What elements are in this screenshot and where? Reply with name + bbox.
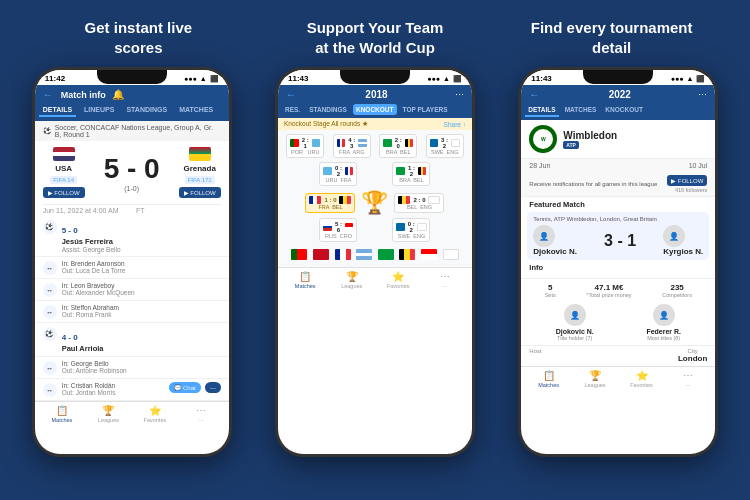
flag-eng-qf <box>451 139 460 147</box>
nav-leagues[interactable]: 🏆 Leagues <box>92 405 124 423</box>
nav-favorites-label: Favorites <box>144 417 167 423</box>
event-1-assist: Assist: George Bello <box>62 246 221 253</box>
nav-leagues-label: Leagues <box>98 417 119 423</box>
event-4: ↔ In: Steffon Abraham Out: Roma Frank <box>35 301 229 323</box>
tab-standings2[interactable]: STANDINGS <box>306 104 350 115</box>
nav3-matches[interactable]: 📋 Matches <box>533 370 565 388</box>
qf-match-3: 2 : 0 BRA BEL <box>379 134 417 158</box>
nav3-more-label: ··· <box>686 382 691 388</box>
more-btn[interactable]: ⋯ <box>205 382 221 393</box>
info-label: Info <box>521 260 715 275</box>
sf2-score: 1 : 2 <box>407 165 416 177</box>
flag-bel-final <box>339 196 351 204</box>
holder-1: 👤 Djokovic N. Title holder (7) <box>556 304 594 341</box>
nav3-favorites[interactable]: ⭐ Favorites <box>626 370 658 388</box>
leagues3-icon: 🏆 <box>589 370 601 381</box>
phone1-topbar: ← Match info 🔔 <box>35 85 229 104</box>
tab-top-players[interactable]: TOP PLAYERS <box>400 104 451 115</box>
phone2-year: 2018 <box>365 89 387 100</box>
phone3-topbar-right: ⋯ <box>698 90 707 100</box>
event-2-text: In: Brenden Aaronson Out: Luca De La Tor… <box>62 260 221 274</box>
notification-bar: Receive notifications for all games in t… <box>521 172 715 197</box>
phone2-status-icons: ●●●▲⬛ <box>427 75 462 83</box>
flag-eng-small <box>443 249 459 260</box>
player1-name: Djokovic N. <box>533 247 577 256</box>
nav3-favorites-label: Favorites <box>630 382 653 388</box>
tab-standings[interactable]: STANDINGS <box>122 104 171 117</box>
share-btn[interactable]: Share ↑ <box>444 121 466 128</box>
nav2-matches[interactable]: 📋 Matches <box>289 271 321 289</box>
event-6-text: In: George Bello Out: Antoine Robinson <box>62 360 221 374</box>
tab-results[interactable]: RES. <box>282 104 303 115</box>
nav-favorites[interactable]: ⭐ Favorites <box>139 405 171 423</box>
prize-value: 47.1 M€ <box>586 283 631 292</box>
phone1-screen: 11:42 ●●● ▲ ⬛ ← Match info 🔔 DETAILS <box>35 70 229 454</box>
matches3-icon: 📋 <box>543 370 555 381</box>
nav-matches[interactable]: 📋 Matches <box>46 405 78 423</box>
flag-bel-3rd <box>398 196 410 204</box>
back-button[interactable]: ← <box>43 89 53 100</box>
nav3-leagues[interactable]: 🏆 Leagues <box>579 370 611 388</box>
phone3-bottom-nav: 📋 Matches 🏆 Leagues ⭐ Favorites ⋯ ··· <box>521 366 715 391</box>
phone2-back[interactable]: ← <box>286 89 296 100</box>
flag-fra-small <box>335 249 351 260</box>
match-score: 5 - 0 <box>104 153 160 185</box>
phone2-tabs: RES. STANDINGS KNOCKOUT TOP PLAYERS <box>278 104 472 118</box>
featured-match-card: Tennis, ATP Wimbledon, London, Great Bri… <box>527 212 709 260</box>
tab-matches[interactable]: MATCHES <box>175 104 217 117</box>
goal-icon-1: ⚽ <box>43 220 57 234</box>
phone3-back[interactable]: ← <box>529 89 539 100</box>
sub-icon-5: ↔ <box>43 383 57 397</box>
bell-icon[interactable]: 🔔 <box>112 89 124 100</box>
tab-knockout[interactable]: KNOCKOUT <box>353 104 397 115</box>
nav-more[interactable]: ⋯ ··· <box>185 405 217 423</box>
match-subscore: (1-0) <box>104 185 160 192</box>
follow-tournament-btn[interactable]: ▶ FOLLOW <box>667 175 707 186</box>
qf-match-1: 2 : 1 POR URU <box>286 134 324 158</box>
sf1-score: 0 : 2 <box>334 165 343 177</box>
nav2-favorites[interactable]: ⭐ Favorites <box>382 271 414 289</box>
nav2-leagues-label: Leagues <box>341 283 362 289</box>
qf-row: 2 : 1 POR URU 4 : 3 FRA ARG <box>282 134 468 158</box>
event-1-text: 5 - 0 Jesús Ferreira Assist: George Bell… <box>62 219 221 253</box>
nav3-more[interactable]: ⋯ ··· <box>672 370 704 388</box>
tab-details[interactable]: DETAILS <box>39 104 76 117</box>
header-titles: Get instant live scores Support Your Tea… <box>0 0 750 67</box>
nav2-more-label: ··· <box>442 283 447 289</box>
qf3-score: 2 : 0 <box>394 137 403 149</box>
third-score: 2 : 0 <box>413 197 425 203</box>
event-4-text: In: Steffon Abraham Out: Roma Frank <box>62 304 221 318</box>
event-7-text: In: Cristian Roldán Out: Jordan Morris <box>62 382 165 396</box>
final-match: 1 : 0 FRA BEL <box>305 193 355 213</box>
wimbledon-inner: W <box>533 129 553 149</box>
tab-lineups[interactable]: LINEUPS <box>80 104 118 117</box>
tournament-header: W Wimbledon ATP <box>521 120 715 159</box>
panel2-title: Support Your Team at the World Cup <box>275 18 475 57</box>
tab3-matches[interactable]: MATCHES <box>562 104 600 117</box>
tab3-knockout[interactable]: KNOCKOUT <box>602 104 646 117</box>
bottom-match-2: 0 : 2 SWE ENG <box>392 218 430 242</box>
chat-btn[interactable]: 💬 Chat <box>169 382 200 393</box>
phone1-tabs: DETAILS LINEUPS STANDINGS MATCHES <box>35 104 229 121</box>
notify-text: Receive notifications for all games in t… <box>529 181 667 187</box>
featured-match-label: Featured Match <box>521 197 715 212</box>
nav2-more[interactable]: ⋯ ··· <box>429 271 461 289</box>
flag-arg <box>358 139 367 147</box>
sub-icon-2: ↔ <box>43 283 57 297</box>
matches-icon: 📋 <box>56 405 68 416</box>
sub-2-out: Out: Alexander McQueen <box>62 289 221 296</box>
league-icon: ⚽ <box>43 127 52 135</box>
event-1: ⚽ 5 - 0 Jesús Ferreira Assist: George Be… <box>35 216 229 257</box>
follow-btn-1[interactable]: ▶ FOLLOW <box>43 187 85 198</box>
follow-btn-2[interactable]: ▶ FOLLOW <box>179 187 221 198</box>
final-row: 1 : 0 FRA BEL 🏆 2 : 0 <box>282 190 468 216</box>
phone3-tabs: DETAILS MATCHES KNOCKOUT <box>521 104 715 120</box>
phone3-topbar: ← 2022 ⋯ <box>521 85 715 104</box>
flag-rus <box>323 223 332 231</box>
flag-bel-small <box>399 249 415 260</box>
holders-section: 👤 Djokovic N. Title holder (7) 👤 Federer… <box>521 302 715 343</box>
date-end: 10 Jul <box>689 162 708 169</box>
tab3-details[interactable]: DETAILS <box>525 104 558 117</box>
trophy-icon: 🏆 <box>361 190 388 216</box>
nav2-leagues[interactable]: 🏆 Leagues <box>336 271 368 289</box>
